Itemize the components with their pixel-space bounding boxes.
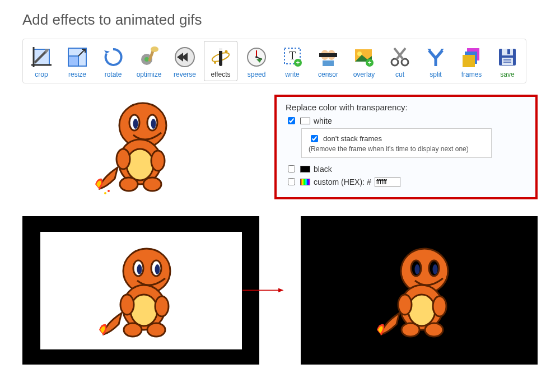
tool-speed[interactable]: speed [240, 41, 273, 81]
write-icon: T+ [280, 45, 305, 69]
svg-point-62 [137, 264, 142, 274]
svg-point-55 [130, 295, 157, 326]
before-slot [22, 216, 259, 365]
dont-stack-box: don't stack frames (Remove the frame whe… [301, 128, 492, 158]
tool-resize[interactable]: resize [60, 41, 94, 81]
tool-frames[interactable]: frames [455, 41, 488, 81]
svg-point-76 [433, 264, 438, 274]
svg-point-75 [415, 264, 420, 274]
tool-overlay[interactable]: +overlay [347, 41, 381, 81]
tool-crop[interactable]: crop [25, 41, 58, 81]
custom-hex-input[interactable] [375, 177, 400, 187]
tool-cut[interactable]: cut [383, 41, 417, 81]
before-image [94, 240, 189, 341]
source-preview [22, 95, 252, 195]
svg-rect-23 [319, 53, 337, 57]
svg-point-49 [133, 119, 138, 129]
optimize-icon [137, 45, 161, 69]
transparency-panel: Replace color with transparency: white d… [274, 95, 538, 199]
svg-point-42 [127, 149, 153, 180]
svg-text:+: + [296, 59, 300, 67]
svg-point-12 [225, 50, 228, 53]
tool-label: write [285, 71, 299, 78]
svg-point-72 [425, 323, 443, 337]
svg-point-71 [402, 323, 419, 337]
svg-marker-65 [278, 288, 283, 292]
after-image [371, 240, 466, 341]
split-icon [423, 45, 448, 69]
svg-point-6 [144, 57, 149, 62]
svg-point-68 [408, 295, 435, 326]
page-title: Add effects to animated gifs [22, 11, 538, 29]
tool-label: cut [395, 71, 404, 78]
tool-label: rotate [105, 71, 122, 78]
svg-text:T: T [289, 49, 296, 62]
save-icon [495, 45, 520, 69]
tool-label: reverse [174, 71, 196, 78]
custom-label: custom (HEX): # [314, 178, 371, 186]
tool-label: resize [68, 71, 86, 78]
svg-rect-37 [502, 58, 513, 65]
dont-stack-checkbox[interactable] [311, 135, 318, 142]
tool-optimize[interactable]: optimize [132, 41, 166, 81]
svg-point-52 [108, 190, 110, 192]
tool-label: overlay [353, 71, 375, 78]
svg-point-57 [155, 296, 169, 316]
tool-label: frames [461, 71, 482, 78]
svg-rect-24 [323, 60, 334, 66]
svg-point-46 [143, 178, 161, 191]
speed-icon [244, 45, 269, 69]
frames-icon [459, 45, 484, 69]
svg-rect-14 [219, 48, 222, 51]
black-checkbox[interactable] [288, 165, 295, 172]
tool-label: effects [211, 71, 230, 78]
svg-point-45 [120, 178, 138, 191]
effects-icon [208, 45, 233, 69]
black-swatch [300, 166, 310, 172]
white-checkbox[interactable] [288, 117, 295, 124]
tool-effects[interactable]: effects [204, 41, 237, 81]
tool-label: censor [318, 71, 338, 78]
toolbar: cropresizerotateoptimizereverseeffectssp… [22, 39, 526, 83]
tool-label: optimize [137, 71, 162, 78]
custom-checkbox[interactable] [288, 178, 295, 185]
tool-label: save [500, 71, 514, 78]
dont-stack-label: don't stack frames [323, 134, 382, 143]
cut-icon [388, 45, 412, 69]
rotate-icon [101, 45, 125, 69]
tool-rotate[interactable]: rotate [96, 41, 130, 81]
tool-reverse[interactable]: reverse [168, 41, 202, 81]
tool-label: speed [248, 71, 266, 78]
censor-icon [316, 45, 340, 69]
svg-point-8 [151, 46, 158, 52]
resize-icon [65, 45, 90, 69]
svg-point-63 [155, 264, 160, 274]
svg-point-59 [147, 323, 165, 337]
tool-write[interactable]: T+write [276, 41, 309, 81]
tool-split[interactable]: split [419, 41, 452, 81]
svg-point-44 [151, 151, 165, 171]
crop-icon [29, 45, 54, 69]
svg-point-50 [151, 119, 156, 129]
before-after-row [22, 216, 538, 365]
tool-label: crop [35, 71, 48, 78]
svg-text:+: + [367, 59, 371, 67]
svg-rect-4 [68, 56, 78, 66]
svg-point-58 [124, 323, 142, 337]
tool-label: split [430, 71, 441, 78]
panel-title: Replace color with transparency: [286, 102, 526, 112]
black-label: black [314, 165, 332, 174]
reverse-icon [172, 45, 197, 69]
tool-censor[interactable]: censor [311, 41, 345, 81]
arrow-icon [242, 286, 284, 295]
svg-point-16 [255, 56, 258, 58]
overlay-icon: + [352, 45, 376, 69]
tool-save[interactable]: save [491, 41, 524, 81]
svg-point-13 [214, 62, 216, 64]
charmander-image [90, 95, 185, 195]
svg-rect-36 [507, 49, 510, 54]
svg-point-26 [357, 52, 362, 56]
after-slot [301, 216, 538, 365]
custom-swatch [300, 179, 310, 185]
dont-stack-hint: (Remove the frame when it's time to disp… [309, 145, 484, 153]
